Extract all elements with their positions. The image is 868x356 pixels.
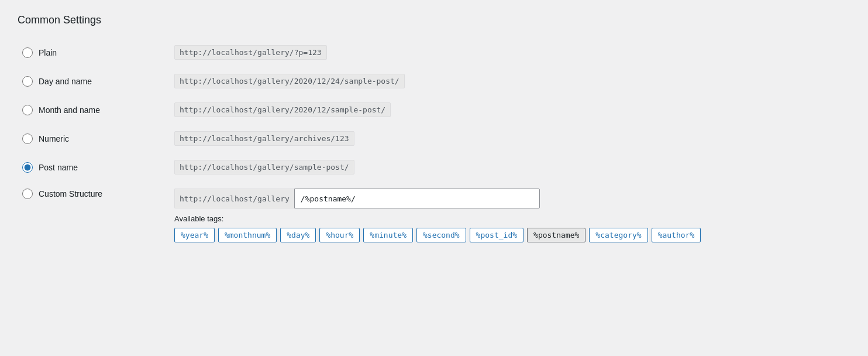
radio-day-and-name[interactable] — [22, 76, 33, 87]
url-sample-post-name: http://localhost/gallery/sample-post/ — [174, 160, 354, 174]
tag-btn-author[interactable]: %author% — [652, 228, 701, 242]
tag-btn-minute[interactable]: %minute% — [363, 228, 413, 242]
settings-table: Plain http://localhost/gallery/?p=123 Da… — [18, 38, 850, 249]
tags-wrap: %year%%monthnum%%day%%hour%%minute%%seco… — [174, 228, 846, 242]
option-row-day-and-name: Day and name http://localhost/gallery/20… — [18, 67, 850, 95]
custom-base-url: http://localhost/gallery — [174, 189, 294, 208]
available-tags-label: Available tags: — [174, 214, 846, 223]
custom-structure-radio[interactable] — [22, 189, 33, 199]
tag-btn-second[interactable]: %second% — [416, 228, 466, 242]
url-sample-plain: http://localhost/gallery/?p=123 — [174, 45, 327, 60]
page-title: Common Settings — [18, 14, 850, 26]
custom-structure-row: Custom Structure http://localhost/galler… — [18, 182, 850, 249]
custom-structure-input[interactable] — [294, 189, 540, 208]
tag-btn-hour[interactable]: %hour% — [319, 228, 360, 242]
option-row-plain: Plain http://localhost/gallery/?p=123 — [18, 38, 850, 67]
radio-numeric[interactable] — [22, 134, 33, 144]
tag-btn-category[interactable]: %category% — [589, 228, 647, 242]
radio-plain[interactable] — [22, 47, 33, 58]
option-row-post-name: Post name http://localhost/gallery/sampl… — [18, 153, 850, 182]
custom-url-wrap: http://localhost/gallery — [174, 189, 846, 208]
label-plain[interactable]: Plain — [22, 47, 165, 58]
custom-structure-label-text: Custom Structure — [39, 189, 102, 198]
label-month-and-name[interactable]: Month and name — [22, 105, 165, 115]
option-row-month-and-name: Month and name http://localhost/gallery/… — [18, 95, 850, 124]
radio-month-and-name[interactable] — [22, 105, 33, 115]
label-text-numeric: Numeric — [39, 134, 69, 143]
label-text-post-name: Post name — [39, 163, 78, 172]
tag-btn-year[interactable]: %year% — [174, 228, 215, 242]
tag-btn-day[interactable]: %day% — [280, 228, 316, 242]
radio-post-name[interactable] — [22, 162, 33, 173]
label-text-plain: Plain — [39, 48, 57, 57]
label-text-month-and-name: Month and name — [39, 105, 100, 115]
url-sample-numeric: http://localhost/gallery/archives/123 — [174, 131, 354, 146]
label-text-day-and-name: Day and name — [39, 77, 92, 86]
custom-structure-label[interactable]: Custom Structure — [22, 189, 165, 199]
label-numeric[interactable]: Numeric — [22, 134, 165, 144]
url-sample-month-and-name: http://localhost/gallery/2020/12/sample-… — [174, 102, 391, 117]
label-day-and-name[interactable]: Day and name — [22, 76, 165, 87]
tag-btn-monthnum[interactable]: %monthnum% — [218, 228, 277, 242]
tag-btn-postname[interactable]: %postname% — [527, 228, 585, 242]
option-row-numeric: Numeric http://localhost/gallery/archive… — [18, 124, 850, 153]
tag-btn-post_id[interactable]: %post_id% — [470, 228, 523, 242]
url-sample-day-and-name: http://localhost/gallery/2020/12/24/samp… — [174, 74, 405, 88]
label-post-name[interactable]: Post name — [22, 162, 165, 173]
